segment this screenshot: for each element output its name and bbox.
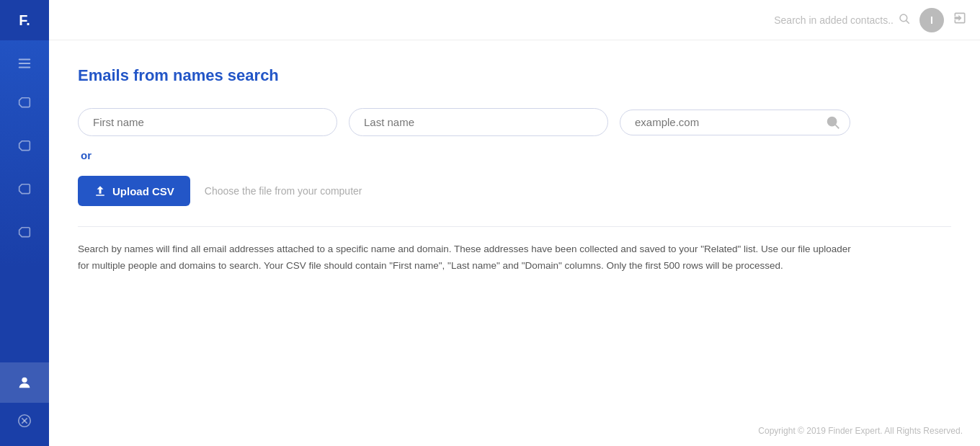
search-row [78, 108, 951, 136]
content-divider [78, 226, 951, 227]
page-title: Emails from names search [78, 66, 951, 85]
menu-icon [17, 55, 32, 71]
sidebar-item-tag2[interactable] [0, 127, 49, 167]
upload-hint: Choose the file from your computer [205, 185, 362, 197]
sidebar-item-tag3[interactable] [0, 170, 49, 210]
upload-icon [94, 184, 107, 197]
or-separator: or [78, 149, 951, 161]
svg-point-7 [900, 14, 907, 22]
tag-icon-4 [17, 226, 32, 241]
topbar-logout[interactable] [953, 11, 967, 29]
close-circle-icon [17, 413, 32, 429]
svg-line-8 [906, 21, 909, 24]
svg-rect-1 [19, 63, 31, 64]
logo-label: F. [19, 12, 30, 29]
topbar-search-icon[interactable] [898, 12, 911, 27]
tag-icon-3 [17, 182, 32, 198]
sidebar-bottom [0, 362, 49, 446]
sidebar-item-tag1[interactable] [0, 84, 49, 124]
topbar: Search in added contacts.. I [49, 0, 980, 40]
svg-line-10 [835, 125, 839, 128]
upload-csv-button[interactable]: Upload CSV [78, 176, 190, 206]
tag-icon-1 [17, 96, 32, 112]
svg-point-3 [22, 378, 27, 383]
topbar-search-text: Search in added contacts.. [774, 14, 894, 26]
svg-rect-0 [19, 59, 31, 61]
app-logo[interactable]: F. [0, 0, 49, 40]
topbar-search-container: Search in added contacts.. [774, 12, 911, 27]
tag-icon-2 [17, 139, 32, 155]
footer: Copyright © 2019 Finder Expert. All Righ… [758, 426, 963, 436]
sidebar-item-person[interactable] [0, 362, 49, 403]
svg-rect-2 [19, 67, 31, 68]
topbar-avatar[interactable]: I [919, 8, 944, 32]
search-button[interactable] [822, 112, 844, 133]
svg-rect-11 [96, 195, 104, 196]
svg-point-9 [828, 117, 837, 125]
main-panel: Search in added contacts.. I Emails from… [49, 0, 980, 446]
domain-input[interactable] [635, 116, 822, 128]
avatar-label: I [930, 14, 933, 26]
first-name-input[interactable] [78, 108, 337, 136]
sidebar-item-tag4[interactable] [0, 213, 49, 254]
content-area: Emails from names search or [49, 40, 980, 446]
info-text: Search by names will find all email addr… [78, 241, 856, 275]
sidebar-item-close[interactable] [0, 403, 49, 439]
sidebar-item-menu[interactable] [0, 46, 49, 81]
sidebar: F. [0, 0, 49, 446]
upload-row: Upload CSV Choose the file from your com… [78, 176, 951, 206]
person-icon [17, 375, 32, 391]
last-name-input[interactable] [349, 108, 608, 136]
upload-btn-label: Upload CSV [112, 185, 174, 197]
